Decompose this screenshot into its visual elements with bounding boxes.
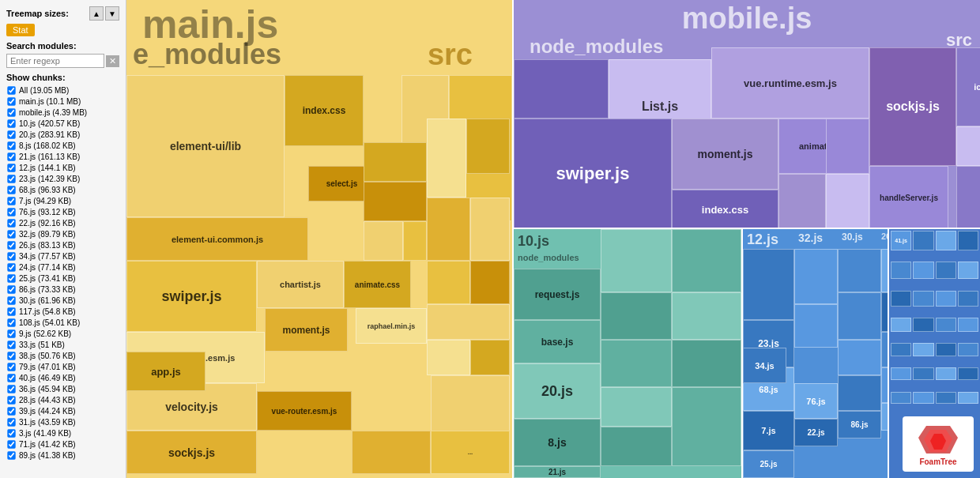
teal-r-3[interactable]	[601, 340, 672, 387]
chunk-checkbox-18[interactable]	[7, 285, 15, 293]
p-small-5[interactable]	[778, 174, 826, 229]
tiny-8[interactable]	[958, 262, 978, 279]
sockjs-right-block[interactable]: sockjs.js	[869, 47, 956, 166]
chunk-checkbox-30[interactable]	[7, 418, 15, 426]
chunk-checkbox-32[interactable]	[7, 440, 15, 448]
base-js-block[interactable]: base.js	[514, 320, 601, 363]
chunk-checkbox-4[interactable]	[7, 130, 15, 138]
small-block-3[interactable]	[364, 221, 403, 261]
chunk-checkbox-25[interactable]	[7, 363, 15, 371]
chunk-checkbox-14[interactable]	[7, 241, 15, 249]
blue-25[interactable]: 25.js	[743, 450, 794, 478]
blue-32[interactable]	[794, 249, 838, 304]
tiny-13[interactable]	[891, 318, 911, 332]
chunk-checkbox-27[interactable]	[7, 385, 15, 393]
tiny-12[interactable]	[958, 291, 978, 307]
blue-76[interactable]: 76.js	[794, 383, 838, 419]
chunk-checkbox-19[interactable]	[7, 296, 15, 304]
blue-s1[interactable]	[794, 304, 838, 348]
chunk-checkbox-26[interactable]	[7, 374, 15, 382]
small-block-5[interactable]	[427, 119, 466, 198]
nav-down-arrow[interactable]: ▼	[105, 6, 119, 21]
blue-s7[interactable]: tou	[881, 367, 889, 403]
blue-12[interactable]	[743, 249, 794, 320]
p-small-7[interactable]	[826, 174, 869, 229]
p-small-6[interactable]	[826, 119, 869, 174]
small-block-10[interactable]	[470, 261, 510, 304]
teal-r-1[interactable]	[601, 229, 672, 292]
nav-up-arrow[interactable]: ▲	[89, 6, 104, 21]
tiny-11[interactable]	[936, 291, 956, 307]
search-clear-button[interactable]: ✕	[106, 55, 119, 67]
small-block-1[interactable]	[364, 142, 427, 182]
tiny-23[interactable]	[936, 367, 956, 380]
tiny-7[interactable]	[936, 262, 956, 279]
iconfont-block[interactable]: iconfont.js	[956, 47, 980, 126]
tiny-24[interactable]	[958, 367, 978, 380]
blue-26[interactable]: 26.js	[881, 249, 889, 292]
teal-r-7[interactable]	[672, 292, 741, 340]
treemap-blue-section[interactable]: 12.js 32.js 30.js 26.js 26.js 23.js	[743, 229, 889, 478]
blue-22[interactable]: 22.js	[794, 419, 838, 446]
chunk-checkbox-7[interactable]	[7, 164, 15, 171]
treemap-mobile-js[interactable]: mobile.js node_modules src echarts/lib L…	[514, 0, 980, 229]
small-block-6[interactable]	[466, 119, 510, 174]
chunk-checkbox-24[interactable]	[7, 352, 15, 359]
tiny-16[interactable]	[958, 318, 978, 332]
chunk-checkbox-20[interactable]	[7, 307, 15, 315]
blue-30[interactable]	[838, 249, 881, 292]
chunk-checkbox-2[interactable]	[7, 108, 15, 116]
21js-block[interactable]: 21.js	[514, 466, 601, 478]
tiny-21[interactable]	[891, 367, 911, 380]
tiny-4[interactable]	[958, 231, 978, 250]
search-input[interactable]	[6, 54, 104, 68]
small-block-9[interactable]	[427, 261, 470, 304]
swiper-purple-block[interactable]: swiper.js	[514, 119, 672, 229]
chunk-checkbox-15[interactable]	[7, 252, 15, 260]
chunk-checkbox-33[interactable]	[7, 451, 15, 459]
tiny-2[interactable]	[913, 231, 933, 250]
chunk-checkbox-21[interactable]	[7, 318, 15, 326]
blue-34[interactable]: 34.js	[743, 348, 786, 383]
tiny-14[interactable]	[913, 318, 933, 332]
small-block-11[interactable]	[427, 304, 510, 340]
tiny-20[interactable]	[958, 343, 978, 356]
tiny-10[interactable]	[913, 291, 933, 307]
tiny-3[interactable]	[936, 231, 956, 250]
echarts-overlay[interactable]	[514, 59, 609, 119]
tiny-17[interactable]	[891, 343, 911, 356]
blue-s2[interactable]	[838, 292, 881, 340]
teal-r-4[interactable]	[601, 387, 672, 427]
chunk-checkbox-5[interactable]	[7, 141, 15, 149]
request-js-block[interactable]: request.js	[514, 269, 601, 320]
tiny-1[interactable]: 41.js	[891, 231, 911, 250]
tiny-27[interactable]	[936, 392, 956, 404]
blue-86[interactable]: 86.js	[838, 411, 881, 438]
small-block-15[interactable]	[431, 375, 510, 435]
swiper-js-block[interactable]: swiper.js	[126, 261, 257, 332]
chunk-checkbox-29[interactable]	[7, 407, 15, 415]
small-block-4[interactable]	[403, 221, 427, 261]
moment-js-left-block[interactable]: moment.js	[265, 308, 348, 352]
blue-s4[interactable]	[838, 340, 881, 375]
blue-s8[interactable]	[881, 403, 889, 431]
tiny-6[interactable]	[913, 262, 933, 279]
chunk-checkbox-11[interactable]	[7, 208, 15, 216]
tiny-28[interactable]	[958, 392, 978, 404]
index-css-block[interactable]: index.css	[285, 75, 364, 146]
sockjs-left-block[interactable]: sockjs.js	[126, 431, 257, 474]
teal-r-2[interactable]	[601, 292, 672, 340]
blue-7[interactable]: 7.js	[743, 411, 794, 450]
chunk-checkbox-12[interactable]	[7, 219, 15, 227]
small-block-7[interactable]	[427, 198, 470, 261]
chunk-checkbox-13[interactable]	[7, 230, 15, 238]
small-block-12[interactable]	[427, 340, 470, 375]
20js-block[interactable]: 20.js	[514, 363, 601, 419]
index-css-purple-block[interactable]: index.css	[672, 190, 778, 229]
tiny-9[interactable]	[891, 291, 911, 307]
teal-r-6[interactable]	[672, 229, 741, 292]
tiny-22[interactable]	[913, 367, 933, 380]
chunk-checkbox-3[interactable]	[7, 119, 15, 127]
tiny-18[interactable]	[913, 343, 933, 356]
chunk-checkbox-17[interactable]	[7, 274, 15, 282]
